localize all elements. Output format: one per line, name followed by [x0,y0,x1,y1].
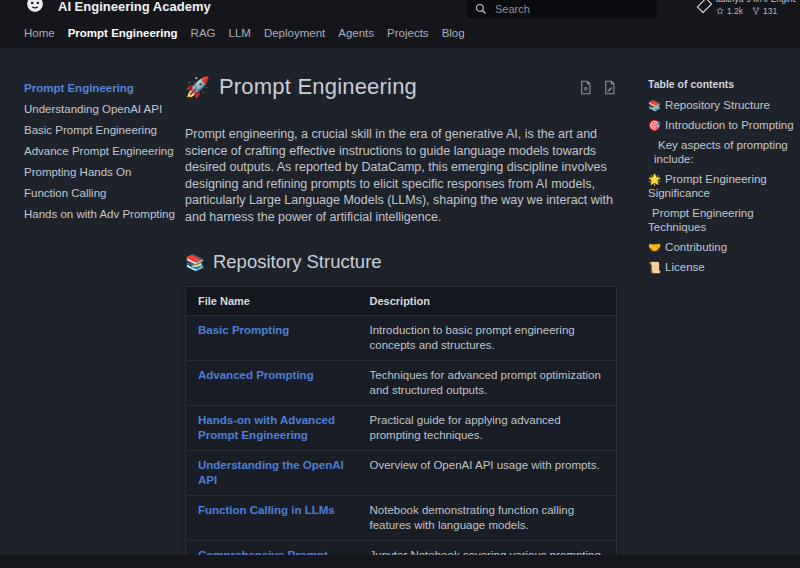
file-link[interactable]: Understanding the OpenAI API [198,458,346,488]
toc-item[interactable]: 🎯Introduction to Prompting [648,118,796,132]
nav-item[interactable]: Home [24,27,55,39]
sidebar-item[interactable]: Prompt Engineering [24,80,179,96]
repository-structure-table: File Name Description Basic Prompting In… [185,286,617,568]
toc-item[interactable]: 📚Repository Structure [648,98,796,112]
toc-item[interactable]: 🤝Contributing [648,240,796,254]
table-of-contents: Table of contents 📚Repository Structure … [648,78,796,274]
table-row: Function Calling in LLMs Notebook demons… [186,496,617,541]
section-title: Repository Structure [213,251,382,273]
file-description: Notebook demonstrating function calling … [358,496,617,541]
column-header-file-name: File Name [186,287,358,316]
toc-item-label: Repository Structure [665,99,770,111]
toc-item-icon: 📜 [648,261,661,273]
main-nav: Home Prompt Engineering RAG LLM Deployme… [0,18,800,48]
toc-item[interactable]: 📜License [648,260,796,274]
sidebar-item[interactable]: Prompting Hands On [24,164,179,180]
file-description: Introduction to basic prompt engineering… [358,316,617,361]
nav-item[interactable]: LLM [229,27,251,39]
sidebar-item[interactable]: Basic Prompt Engineering [24,122,179,138]
nav-item[interactable]: Agents [338,27,374,39]
page-title: Prompt Engineering [219,74,417,100]
file-link[interactable]: Hands-on with Advanced Prompt Engineerin… [198,413,346,443]
nav-item[interactable]: Blog [442,27,465,39]
file-description: Techniques for advanced prompt optimizat… [358,361,617,406]
toc-title: Table of contents [648,78,796,90]
fork-icon [752,7,760,15]
toc-item[interactable]: 🌟Prompt Engineering Significance [648,172,796,200]
toc-item-label: Introduction to Prompting [665,119,794,131]
toc-item-label: Prompt Engineering Significance [648,173,767,199]
toc-item-label: License [665,261,705,273]
nav-item[interactable]: Projects [387,27,429,39]
toc-item-label: Prompt Engineering Techniques [648,207,754,233]
search-placeholder: Search [495,3,530,15]
page: AI Engineering Academy Search adithya-s-… [0,0,800,568]
repo-stars: 1.2k [716,6,743,16]
main-content: 🚀 Prompt Engineering Prompt engineering,… [185,74,617,568]
sidebar-item[interactable]: Function Calling [24,185,179,201]
nav-item[interactable]: Deployment [264,27,325,39]
table-header-row: File Name Description [186,287,617,316]
repo-link[interactable]: adithya-s-k/AI-Engineering.academy 1.2k … [700,0,796,16]
top-header-bar: AI Engineering Academy Search adithya-s-… [0,0,800,18]
site-logo-icon[interactable] [26,0,44,13]
sidebar-item[interactable]: Understanding OpenAI API [24,101,179,117]
nav-item[interactable]: Prompt Engineering [68,27,178,39]
repo-forks: 131 [752,6,777,16]
intro-paragraph: Prompt engineering, a crucial skill in t… [185,126,617,225]
table-row: Understanding the OpenAI API Overview of… [186,451,617,496]
site-title: AI Engineering Academy [58,0,211,14]
search-input[interactable]: Search [467,0,657,18]
toc-item-label: Key aspects of prompting include: [654,139,788,165]
toc-item[interactable]: Key aspects of prompting include: [648,138,796,166]
toc-item-icon: 🌟 [648,173,661,185]
file-description: Practical guide for applying advanced pr… [358,406,617,451]
edit-page-icon[interactable] [602,80,617,95]
file-link[interactable]: Basic Prompting [198,323,289,338]
file-description: Overview of OpenAI API usage with prompt… [358,451,617,496]
file-link[interactable]: Function Calling in LLMs [198,503,335,518]
toc-item[interactable]: Prompt Engineering Techniques [648,206,796,234]
sidebar-item[interactable]: Advance Prompt Engineering [24,143,179,159]
left-sidebar: Prompt Engineering Understanding OpenAI … [24,80,179,222]
table-row: Advanced Prompting Techniques for advanc… [186,361,617,406]
nav-item[interactable]: RAG [191,27,216,39]
toc-item-icon: 🤝 [648,241,661,253]
repo-logo-icon [697,0,713,13]
rocket-emoji-icon: 🚀 [185,75,210,99]
column-header-description: Description [358,287,617,316]
table-row: Basic Prompting Introduction to basic pr… [186,316,617,361]
file-link[interactable]: Advanced Prompting [198,368,314,383]
table-row: Hands-on with Advanced Prompt Engineerin… [186,406,617,451]
sidebar-item[interactable]: Hands on with Adv Prompting [24,206,179,222]
star-icon [716,7,724,15]
toc-item-icon: 📚 [648,99,661,111]
search-icon [475,3,487,15]
footer-strip [0,555,800,568]
repo-name: adithya-s-k/AI-Engineering.academy [716,0,796,4]
toc-item-icon: 🎯 [648,119,661,131]
view-source-icon[interactable] [578,80,593,95]
books-emoji-icon: 📚 [185,253,205,272]
toc-item-label: Contributing [665,241,727,253]
